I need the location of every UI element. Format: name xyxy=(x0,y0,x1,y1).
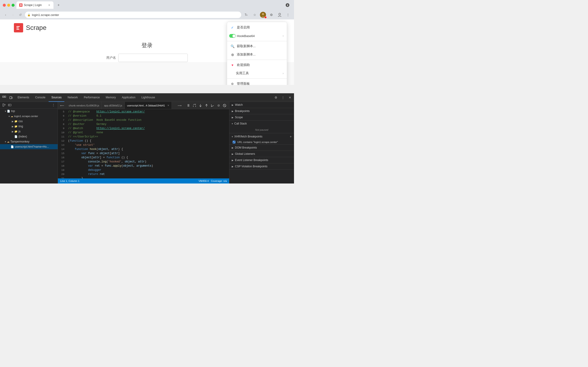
debug-callstack-header[interactable]: ▾ Call Stack xyxy=(229,121,294,126)
new-tab-button[interactable]: + xyxy=(55,2,62,8)
minimize-button[interactable] xyxy=(7,4,10,7)
menu-item-get-script[interactable]: 🔍 获取新脚本... xyxy=(227,42,287,50)
profile-manage-icon[interactable] xyxy=(277,12,283,18)
debug-xhr-section: ▾ XHR/fetch Breakpoints + URL contains "… xyxy=(229,133,294,145)
debug-event-header[interactable]: ▶ Event Listener Breakpoints xyxy=(229,157,294,163)
code-line-9: 9 // @match https://login1.scrape.center… xyxy=(58,126,229,131)
source-tab-userscript[interactable]: userscript.html...4-3ddaad194d41 ✕ xyxy=(125,102,172,109)
debug-csp-header[interactable]: ▶ CSP Violation Breakpoints xyxy=(229,163,294,169)
cloud-icon-domain: ☁ xyxy=(11,115,13,118)
tree-item-top[interactable]: ▾ 📄 top xyxy=(0,108,58,114)
devtools-inspect-icon[interactable] xyxy=(1,94,8,101)
csp-arrow-icon: ▶ xyxy=(232,165,234,168)
folder-icon-js: 📁 xyxy=(14,130,17,133)
tab-elements[interactable]: Elements xyxy=(15,93,32,102)
devtools-close-icon[interactable]: ✕ xyxy=(286,94,293,101)
debug-step-over-btn[interactable] xyxy=(192,103,197,108)
devtools-device-icon[interactable] xyxy=(8,94,14,101)
debug-step-into-btn[interactable] xyxy=(198,103,203,108)
xhr-add-button[interactable]: + xyxy=(290,135,292,138)
tree-arrow-js: ▶ xyxy=(11,130,14,133)
tab-console[interactable]: Console xyxy=(32,93,48,102)
debug-global-header[interactable]: ▶ Global Listeners xyxy=(229,151,294,157)
lock-icon: 🔒 xyxy=(27,13,31,17)
menu-icon[interactable]: ⋮ xyxy=(285,12,291,18)
svg-rect-16 xyxy=(12,97,12,99)
source-tab-nav-back[interactable]: ⟵ xyxy=(59,103,65,108)
debug-dom-header[interactable]: ▶ DOM Breakpoints xyxy=(229,145,294,151)
close-button[interactable] xyxy=(3,4,6,7)
url-text: login1.scrape.center xyxy=(32,13,59,17)
tree-item-tampermonkey[interactable]: ▾ ☁ Tampermonkey xyxy=(0,139,58,144)
svg-rect-13 xyxy=(2,96,4,97)
folder-icon-top: 📄 xyxy=(7,110,10,113)
tab-memory[interactable]: Memory xyxy=(103,93,118,102)
xhr-checkbox[interactable] xyxy=(233,141,235,143)
debug-watch-header[interactable]: ▶ Watch xyxy=(229,102,294,108)
tab-favicon: G xyxy=(19,3,22,7)
code-line-8: 8 // @author Germey xyxy=(58,122,229,126)
source-tab-close-icon[interactable]: ✕ xyxy=(167,104,169,107)
maximize-button[interactable] xyxy=(12,4,15,7)
menu-item-tools[interactable]: 实用工具 › xyxy=(227,69,287,77)
svg-rect-15 xyxy=(10,97,12,99)
csp-title: CSP Violation Breakpoints xyxy=(235,165,267,168)
menu-item-dashboard[interactable]: ⚙ 管理面板 xyxy=(227,80,287,85)
translate-icon[interactable]: TA xyxy=(243,12,250,18)
devtools-settings-icon[interactable]: ⚙ xyxy=(273,94,279,101)
tree-sidebar-icon[interactable] xyxy=(2,103,7,107)
reload-button[interactable]: ↺ xyxy=(17,12,23,17)
menu-item-enabled[interactable]: ✓ 是否启用 xyxy=(227,23,287,32)
tree-frames-icon[interactable] xyxy=(8,103,12,107)
debug-continue-btn[interactable] xyxy=(210,103,215,108)
debug-csp-section: ▶ CSP Violation Breakpoints xyxy=(229,163,294,170)
debug-step-out-btn[interactable] xyxy=(204,103,209,108)
breakpoints-arrow-icon: ▶ xyxy=(232,110,234,112)
tab-sources[interactable]: Sources xyxy=(49,93,64,102)
address-bar[interactable]: 🔒 login1.scrape.center xyxy=(25,12,241,18)
toggle-icon xyxy=(230,34,235,38)
watch-arrow-icon: ▶ xyxy=(232,104,234,106)
tree-arrow-img: ▶ xyxy=(11,125,14,128)
tree-item-index[interactable]: 📄 (index) xyxy=(0,134,58,139)
menu-item-dashboard-label: 管理面板 xyxy=(237,82,250,85)
tree-item-js[interactable]: ▶ 📁 js xyxy=(0,129,58,134)
tree-item-domain[interactable]: ▾ ☁ login1.scrape.center xyxy=(0,114,58,119)
debug-pause-btn[interactable]: ⏸ xyxy=(186,103,191,108)
back-button[interactable]: ‹ xyxy=(3,12,8,17)
menu-item-hookbase64[interactable]: HookBase64 › xyxy=(227,32,287,40)
tab-application[interactable]: Application xyxy=(119,93,138,102)
source-tab-nav-forward[interactable]: ⟶ xyxy=(177,103,182,108)
file-icon-index: 📄 xyxy=(14,135,17,138)
bookmark-icon[interactable]: ☆ xyxy=(252,12,258,18)
source-tab-chunk-vendors[interactable]: chunk-vendors.f1c69639.js xyxy=(67,102,102,109)
tree-arrow-css: ▶ xyxy=(11,120,14,123)
devtools-more-icon[interactable]: ⋮ xyxy=(280,94,286,101)
tree-item-userscript[interactable]: 📄 userscript.html?name=Ho... xyxy=(0,144,58,149)
menu-item-donate[interactable]: ♥ 欢迎捐助 xyxy=(227,61,287,69)
menu-divider-1 xyxy=(227,41,287,41)
menu-item-add-script[interactable]: ⊕ 添加新脚本... xyxy=(227,50,287,59)
forward-button[interactable]: › xyxy=(10,12,16,17)
debug-xhr-header[interactable]: ▾ XHR/fetch Breakpoints + xyxy=(229,133,294,140)
tab-close-button[interactable]: ✕ xyxy=(47,3,51,7)
debug-breakpoints-header[interactable]: ▶ Breakpoints xyxy=(229,108,294,114)
tab-lighthouse[interactable]: Lighthouse xyxy=(139,93,158,102)
source-tab-app[interactable]: app.d03bfa52.js xyxy=(102,102,125,109)
username-input[interactable] xyxy=(118,54,188,62)
debug-watch-section: ▶ Watch xyxy=(229,102,294,108)
code-editor[interactable]: 5 // @namespace https://login1.scrape.ce… xyxy=(58,109,229,178)
tab-network[interactable]: Network xyxy=(65,93,81,102)
debug-deactivate-btn[interactable]: ⊘ xyxy=(216,103,221,108)
extensions-icon[interactable]: ⚙ xyxy=(268,12,275,18)
submenu-arrow-tools-icon: › xyxy=(283,72,284,75)
profile-icon[interactable]: 1 xyxy=(260,12,266,18)
cloud-icon-tampermonkey: ☁ xyxy=(7,140,9,143)
tab-performance[interactable]: Performance xyxy=(81,93,102,102)
tree-item-img[interactable]: ▶ 📁 img xyxy=(0,124,58,129)
tree-more-icon[interactable]: ⋮ xyxy=(51,103,56,107)
debug-dont-pause-btn[interactable] xyxy=(222,103,227,108)
browser-tab[interactable]: G Scrape | Login ✕ xyxy=(17,1,53,9)
debug-scope-header[interactable]: ▶ Scope xyxy=(229,114,294,120)
tree-item-css[interactable]: ▶ 📁 css xyxy=(0,119,58,124)
